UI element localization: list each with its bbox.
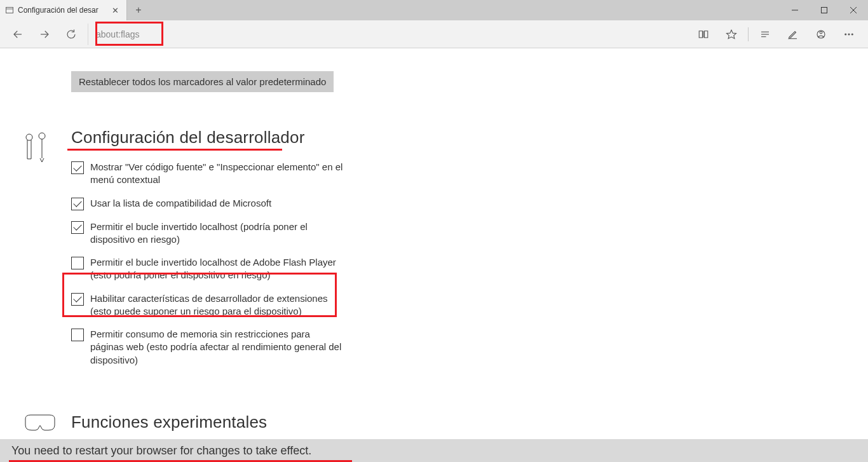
- option-row-3: Permitir el bucle invertido localhost de…: [71, 256, 414, 282]
- section-title-developer: Configuración del desarrollador: [71, 128, 414, 147]
- option-label-5: Permitir consumo de memoria sin restricc…: [90, 328, 344, 367]
- svg-point-16: [845, 34, 846, 35]
- checkbox-5[interactable]: [71, 329, 84, 341]
- svg-rect-0: [6, 8, 13, 13]
- restart-notice-bar: You need to restart your browser for cha…: [0, 439, 868, 462]
- browser-tab[interactable]: Configuración del desar ✕: [0, 0, 127, 20]
- new-tab-button[interactable]: +: [127, 0, 150, 20]
- notes-icon[interactable]: [779, 22, 807, 47]
- svg-point-15: [820, 31, 822, 34]
- option-row-2: Permitir el bucle invertido localhost (p…: [71, 221, 414, 247]
- share-icon[interactable]: [807, 22, 835, 47]
- close-tab-icon[interactable]: ✕: [111, 6, 120, 15]
- svg-point-18: [851, 34, 853, 35]
- svg-point-19: [39, 133, 45, 139]
- window-controls: [780, 0, 868, 20]
- option-row-4: Habilitar características de desarrollad…: [71, 292, 414, 318]
- close-window-button[interactable]: [839, 0, 868, 20]
- favorite-icon[interactable]: [717, 22, 745, 47]
- forward-button[interactable]: [32, 22, 57, 47]
- option-label-1: Usar la lista de compatibilidad de Micro…: [90, 197, 271, 210]
- option-label-0: Mostrar "Ver código fuente" e "Inspeccio…: [90, 161, 344, 187]
- restart-notice-text: You need to restart your browser for cha…: [11, 444, 311, 458]
- svg-marker-9: [727, 30, 736, 39]
- address-bar[interactable]: about:flags: [88, 24, 140, 45]
- refresh-button[interactable]: [58, 22, 84, 47]
- url-text: about:flags: [96, 29, 140, 39]
- section-title-experimental: Funciones experimentales: [71, 412, 414, 432]
- option-row-5: Permitir consumo de memoria sin restricc…: [71, 328, 414, 367]
- back-button[interactable]: [5, 22, 31, 47]
- option-row-1: Usar la lista de compatibilidad de Micro…: [71, 197, 414, 210]
- content-area: Restablecer todos los marcadores al valo…: [0, 48, 868, 462]
- goggles-icon: [23, 412, 55, 435]
- checkbox-3[interactable]: [71, 257, 84, 269]
- tab-title: Configuración del desar: [18, 6, 107, 15]
- page-icon: [5, 6, 14, 15]
- checkbox-0[interactable]: [71, 161, 84, 174]
- toolbar: about:flags: [0, 20, 868, 48]
- reading-view-icon[interactable]: [689, 22, 717, 47]
- wrench-icon: [23, 130, 55, 167]
- svg-point-17: [848, 34, 850, 35]
- title-bar: Configuración del desar ✕ +: [0, 0, 868, 20]
- checkbox-1[interactable]: [71, 198, 84, 210]
- section-developer: Configuración del desarrollador Mostrar …: [0, 128, 868, 377]
- toolbar-divider: [748, 27, 749, 41]
- more-icon[interactable]: [835, 22, 863, 47]
- checkbox-4[interactable]: [71, 293, 84, 306]
- highlight-title-underline: [67, 149, 282, 151]
- hub-icon[interactable]: [751, 22, 779, 47]
- checkbox-2[interactable]: [71, 221, 84, 234]
- option-label-4: Habilitar características de desarrollad…: [90, 292, 344, 318]
- option-label-3: Permitir el bucle invertido localhost de…: [90, 256, 344, 282]
- option-label-2: Permitir el bucle invertido localhost (p…: [90, 221, 344, 247]
- svg-rect-3: [822, 8, 827, 13]
- option-row-0: Mostrar "Ver código fuente" e "Inspeccio…: [71, 161, 414, 187]
- minimize-button[interactable]: [780, 0, 810, 20]
- reset-flags-button[interactable]: Restablecer todos los marcadores al valo…: [71, 71, 334, 92]
- maximize-button[interactable]: [810, 0, 839, 20]
